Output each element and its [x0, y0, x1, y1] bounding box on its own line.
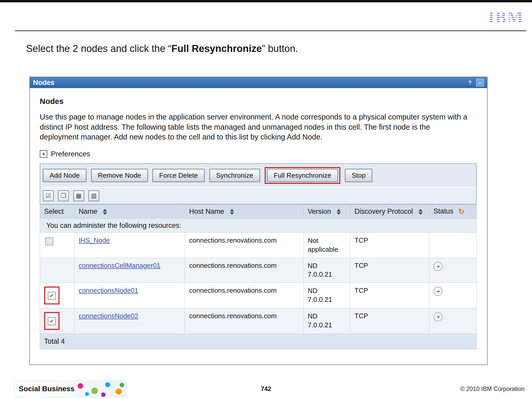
row-checkbox[interactable]: [45, 237, 53, 245]
col-label-select: Select: [44, 208, 64, 215]
panel-heading: Nodes: [40, 97, 477, 106]
name-cell: connectionsNode02: [74, 308, 185, 334]
nodes-table: Select Name Host Name Version: [40, 204, 477, 350]
sort-icon[interactable]: [337, 209, 341, 215]
header-divider: [15, 30, 526, 31]
col-label-name: Name: [79, 208, 97, 215]
deselect-all-icon[interactable]: ❐: [58, 190, 69, 201]
highlight-box: ✔: [44, 312, 59, 330]
version-cell: Notapplicable: [303, 233, 350, 258]
brand-banner: Social Business: [14, 381, 127, 397]
name-cell: connectionsCellManager01: [74, 258, 185, 283]
col-label-discovery-protocol: Discovery Protocol: [355, 208, 413, 215]
select-cell: ✔: [40, 308, 75, 334]
admin-caption-row: You can administer the following resourc…: [40, 219, 477, 233]
host-cell: connections.renovations.com: [185, 283, 303, 308]
page-number: 742: [261, 385, 271, 393]
checkbox-wrap: [44, 236, 54, 248]
refresh-status-icon[interactable]: ↻: [458, 208, 464, 216]
panel-body: Nodes Use this page to manage nodes in t…: [30, 88, 487, 364]
version-cell: ND7.0.0.21: [303, 258, 350, 283]
table-row: IHS_Nodeconnections.renovations.comNotap…: [40, 233, 477, 258]
row-checkbox[interactable]: ✔: [48, 292, 56, 300]
toolbar-button-synchronize[interactable]: Synchronize: [209, 169, 260, 182]
host-cell: connections.renovations.com: [185, 308, 303, 334]
protocol-cell: TCP: [350, 308, 429, 334]
nodes-panel: Nodes ? – Nodes Use this page to manage …: [29, 77, 488, 365]
button-toolbar: Add NodeRemove NodeForce DeleteSynchroni…: [40, 164, 476, 188]
select-all-icon[interactable]: ☑: [43, 190, 54, 201]
host-cell: connections.renovations.com: [185, 233, 303, 258]
expand-icon[interactable]: +: [40, 150, 47, 158]
table-toolbar: Add NodeRemove NodeForce DeleteSynchroni…: [40, 163, 477, 204]
sort-icon[interactable]: [230, 209, 234, 215]
preferences-toggle[interactable]: + Preferences: [40, 150, 477, 158]
slide-title-suffix: ” button.: [262, 43, 298, 54]
slide-title: Select the 2 nodes and click the “Full R…: [26, 43, 516, 54]
toolbar-button-stop[interactable]: Stop: [345, 169, 373, 182]
node-link[interactable]: connectionsNode01: [79, 287, 138, 294]
select-cell: [40, 233, 75, 258]
col-label-status: Status: [434, 207, 454, 215]
brand-label: Social Business: [19, 385, 75, 393]
status-cell: ➜: [429, 308, 476, 334]
toolbar-button-remove-node[interactable]: Remove Node: [91, 169, 148, 182]
admin-caption: You can administer the following resourc…: [40, 219, 477, 233]
toolbar-button-force-delete[interactable]: Force Delete: [152, 169, 205, 182]
col-header-hostname: Host Name: [185, 204, 303, 218]
node-link[interactable]: connectionsNode02: [79, 312, 138, 320]
slide-header: IBM: [0, 2, 532, 30]
highlight-box: Full Resynchronize: [265, 167, 340, 184]
col-header-name: Name: [74, 204, 185, 218]
version-cell: ND7.0.0.21: [303, 283, 350, 308]
table-header-row: Select Name Host Name Version: [40, 204, 477, 218]
node-started-icon: ➜: [434, 287, 443, 296]
minimize-icon[interactable]: –: [476, 79, 484, 87]
icon-toolbar: ☑ ❐ ▦ ▧: [40, 188, 476, 204]
version-cell: ND7.0.0.21: [303, 308, 350, 334]
help-icon[interactable]: ?: [466, 79, 474, 86]
table-row: connectionsCellManager01connections.reno…: [40, 258, 477, 283]
titlebar-controls: ? –: [466, 79, 484, 87]
panel-titlebar: Nodes ? –: [30, 77, 487, 88]
node-link[interactable]: IHS_Node: [79, 236, 110, 244]
col-label-hostname: Host Name: [189, 208, 224, 215]
slide-title-bold: Full Resynchronize: [171, 43, 262, 54]
total-row: Total 4: [40, 334, 477, 349]
col-label-version: Version: [308, 208, 331, 215]
node-started-icon: ➜: [434, 312, 443, 321]
clear-filter-icon[interactable]: ▧: [88, 190, 99, 201]
status-cell: ➜: [429, 258, 476, 283]
panel-description: Use this page to manage nodes in the app…: [40, 112, 470, 142]
people-art-decoration: [72, 381, 126, 397]
sort-icon[interactable]: [418, 209, 423, 215]
slide-title-prefix: Select the 2 nodes and click the “: [26, 43, 171, 54]
total-label: Total 4: [40, 334, 477, 349]
toolbar-button-add-node[interactable]: Add Node: [43, 169, 87, 182]
slide-footer: Social Business 742 © 2010 IBM Corporati…: [0, 380, 532, 397]
toolbar-button-full-resynchronize[interactable]: Full Resynchronize: [267, 169, 338, 182]
protocol-cell: TCP: [350, 258, 429, 283]
node-started-icon: ➜: [434, 262, 443, 271]
status-cell: [429, 233, 476, 258]
protocol-cell: TCP: [350, 283, 429, 308]
ibm-logo: IBM: [488, 9, 524, 26]
col-header-discovery-protocol: Discovery Protocol: [350, 204, 429, 218]
status-cell: ➜: [429, 283, 476, 308]
name-cell: connectionsNode01: [74, 283, 185, 308]
protocol-cell: TCP: [350, 233, 429, 258]
copyright: © 2010 IBM Corporation: [460, 385, 525, 393]
node-link[interactable]: connectionsCellManager01: [79, 262, 161, 269]
col-header-version: Version: [303, 204, 350, 218]
preferences-label: Preferences: [51, 150, 90, 158]
show-filter-icon[interactable]: ▦: [73, 190, 84, 201]
table-row: ✔connectionsNode01connections.renovation…: [40, 283, 477, 308]
col-header-select: Select: [40, 204, 75, 218]
panel-title: Nodes: [33, 79, 55, 87]
sort-icon[interactable]: [103, 209, 107, 215]
row-checkbox[interactable]: ✔: [48, 317, 56, 325]
name-cell: IHS_Node: [74, 233, 185, 258]
highlight-box: ✔: [44, 287, 59, 304]
table-row: ✔connectionsNode02connections.renovation…: [40, 308, 477, 334]
top-border-bar: [0, 0, 532, 2]
